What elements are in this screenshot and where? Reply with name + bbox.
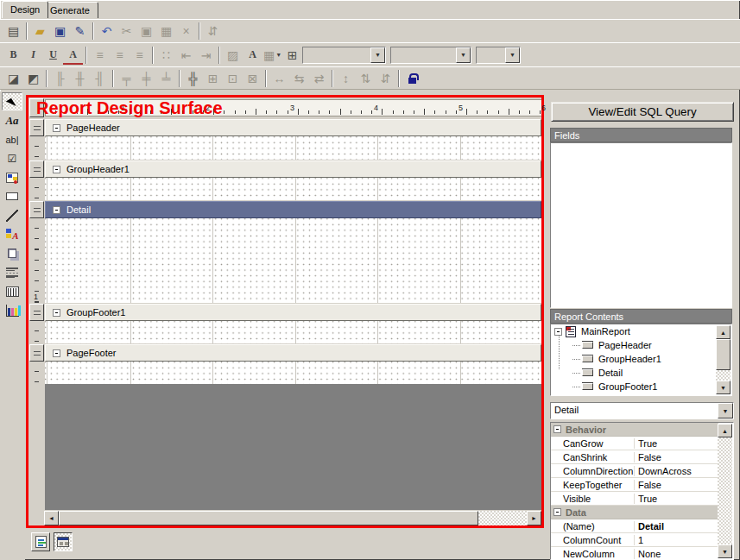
band-handle[interactable] bbox=[29, 160, 44, 178]
align-lefts-button[interactable]: ╟ bbox=[50, 69, 70, 88]
grid-mode-button[interactable]: ⊞ bbox=[282, 46, 302, 65]
align-right-button[interactable]: ≡ bbox=[130, 46, 149, 65]
copy-button[interactable]: ▣ bbox=[136, 22, 156, 41]
band-header-pageheader[interactable]: PageHeader bbox=[28, 119, 541, 136]
scrollbar-track[interactable] bbox=[716, 370, 731, 381]
band-handle[interactable] bbox=[29, 344, 44, 362]
tree-scrollbar[interactable]: ▲ ▼ bbox=[716, 325, 731, 394]
fill-color-button[interactable]: ▨ bbox=[223, 46, 243, 65]
font-size-combo[interactable]: ▼ bbox=[390, 47, 471, 64]
collapse-icon[interactable] bbox=[553, 508, 561, 516]
space-evenly-horizontal-button[interactable]: ↔ bbox=[269, 69, 289, 88]
space-evenly-vertical-button[interactable]: ↕ bbox=[336, 69, 356, 88]
band-canvas[interactable] bbox=[45, 178, 541, 200]
scroll-left-button[interactable]: ◄ bbox=[44, 511, 59, 525]
delete-button[interactable]: × bbox=[176, 22, 196, 41]
new-report-button[interactable]: ▤ bbox=[3, 22, 23, 41]
scrollbar-track[interactable] bbox=[478, 511, 527, 525]
property-row-keeptogether[interactable]: KeepTogether False bbox=[551, 478, 718, 492]
band-canvas[interactable] bbox=[45, 218, 541, 303]
band-content-pageheader[interactable] bbox=[28, 136, 541, 160]
collapse-icon[interactable] bbox=[553, 425, 561, 433]
combo-dropdown-button[interactable]: ▼ bbox=[505, 47, 520, 63]
band-header-detail[interactable]: Detail bbox=[28, 201, 541, 218]
reorder-groups-button[interactable]: ⇵ bbox=[203, 22, 223, 41]
band-handle[interactable] bbox=[29, 304, 44, 321]
page-break-tool[interactable] bbox=[2, 263, 22, 281]
barcode-tool[interactable] bbox=[2, 282, 22, 300]
shape-tool[interactable] bbox=[2, 187, 22, 205]
property-value[interactable]: 1 bbox=[635, 535, 718, 545]
bold-button[interactable]: B bbox=[3, 46, 23, 65]
fields-list[interactable] bbox=[550, 142, 732, 308]
rich-text-tool[interactable]: A bbox=[2, 225, 22, 243]
property-row-newcolumn[interactable]: NewColumn None bbox=[551, 547, 718, 560]
category-data[interactable]: Data bbox=[551, 506, 718, 519]
collapse-icon[interactable] bbox=[53, 124, 60, 132]
save-report-button[interactable]: ▣ bbox=[50, 22, 70, 41]
italic-button[interactable]: I bbox=[23, 46, 43, 65]
scroll-up-button[interactable]: ▲ bbox=[718, 424, 732, 437]
tree-item-groupheader1[interactable]: GroupHeader1 bbox=[551, 352, 731, 366]
tree-item-detail[interactable]: Detail bbox=[551, 366, 731, 380]
tab-design[interactable]: Design bbox=[2, 1, 48, 18]
property-row-canshrink[interactable]: CanShrink False bbox=[551, 450, 718, 464]
category-behavior[interactable]: Behavior bbox=[551, 423, 718, 437]
align-middles-button[interactable]: ╪ bbox=[136, 69, 156, 88]
explorer-view-button[interactable] bbox=[31, 532, 50, 551]
band-canvas[interactable] bbox=[45, 362, 541, 384]
band-canvas[interactable] bbox=[45, 321, 541, 343]
collapse-icon[interactable] bbox=[53, 206, 60, 214]
snap-to-grid-button[interactable]: ╬ bbox=[183, 69, 203, 88]
band-handle[interactable] bbox=[29, 201, 44, 218]
tab-generate[interactable]: Generate bbox=[41, 2, 98, 18]
paste-button[interactable]: ▦ bbox=[156, 22, 176, 41]
center-in-section-button[interactable]: ⊠ bbox=[243, 69, 262, 88]
property-row-cangrow[interactable]: CanGrow True bbox=[551, 437, 718, 450]
object-selector-combo[interactable]: Detail ▼ bbox=[550, 402, 734, 419]
band-content-pagefooter[interactable] bbox=[28, 362, 541, 384]
property-row-columncount[interactable]: ColumnCount 1 bbox=[551, 533, 718, 547]
property-value[interactable]: None bbox=[635, 549, 718, 559]
decrease-horizontal-space-button[interactable]: ⇆ bbox=[289, 69, 309, 88]
collapse-icon[interactable] bbox=[53, 309, 60, 317]
scrollbar-track[interactable] bbox=[718, 437, 732, 544]
subreport-tool[interactable] bbox=[2, 244, 22, 262]
align-centers-button[interactable]: ╫ bbox=[70, 69, 90, 88]
property-value[interactable]: True bbox=[635, 438, 718, 449]
property-value[interactable]: True bbox=[635, 494, 718, 504]
outdent-button[interactable]: ⇤ bbox=[176, 46, 196, 65]
property-row-columndirection[interactable]: ColumnDirection DownAcross bbox=[551, 464, 718, 478]
align-left-button[interactable]: ≡ bbox=[90, 46, 110, 65]
bullets-button[interactable]: ∷ bbox=[156, 46, 176, 65]
view-edit-sql-query-button[interactable]: View/Edit SQL Query bbox=[551, 102, 734, 122]
underline-button[interactable]: U bbox=[43, 46, 63, 65]
scrollbar-thumb[interactable] bbox=[59, 511, 478, 525]
collapse-icon[interactable] bbox=[53, 349, 60, 357]
align-tops-button[interactable]: ╤ bbox=[117, 69, 136, 88]
scrollbar-thumb[interactable] bbox=[716, 339, 731, 370]
horizontal-scrollbar[interactable]: ◄ ► bbox=[28, 511, 541, 525]
chart-tool[interactable] bbox=[2, 301, 22, 319]
collapse-icon[interactable] bbox=[554, 328, 562, 336]
open-report-button[interactable]: ▰ bbox=[30, 22, 50, 41]
combo-dropdown-button[interactable]: ▼ bbox=[718, 403, 733, 418]
band-header-pagefooter[interactable]: PageFooter bbox=[28, 344, 541, 362]
band-canvas[interactable] bbox=[45, 136, 541, 160]
combo-dropdown-button[interactable]: ▼ bbox=[370, 47, 385, 63]
combo-dropdown-button[interactable]: ▼ bbox=[456, 47, 471, 63]
band-content-groupheader1[interactable] bbox=[28, 178, 541, 200]
property-grid-scrollbar[interactable]: ▲ ▼ bbox=[718, 424, 732, 558]
band-content-detail[interactable]: 1 bbox=[28, 218, 541, 303]
checkbox-tool[interactable]: ☑ bbox=[2, 149, 22, 167]
textbox-tool[interactable]: ab| bbox=[2, 130, 22, 148]
scroll-right-button[interactable]: ► bbox=[527, 511, 541, 525]
scroll-up-button[interactable]: ▲ bbox=[716, 325, 731, 339]
property-value[interactable]: False bbox=[635, 452, 718, 462]
align-to-grid-button[interactable]: ⊡ bbox=[223, 69, 243, 88]
scroll-down-button[interactable]: ▼ bbox=[718, 544, 732, 558]
label-tool[interactable]: Aa bbox=[2, 111, 22, 129]
increase-horizontal-space-button[interactable]: ⇄ bbox=[309, 69, 329, 88]
line-tool[interactable] bbox=[2, 206, 22, 224]
property-row-name[interactable]: (Name) Detail bbox=[551, 519, 718, 533]
